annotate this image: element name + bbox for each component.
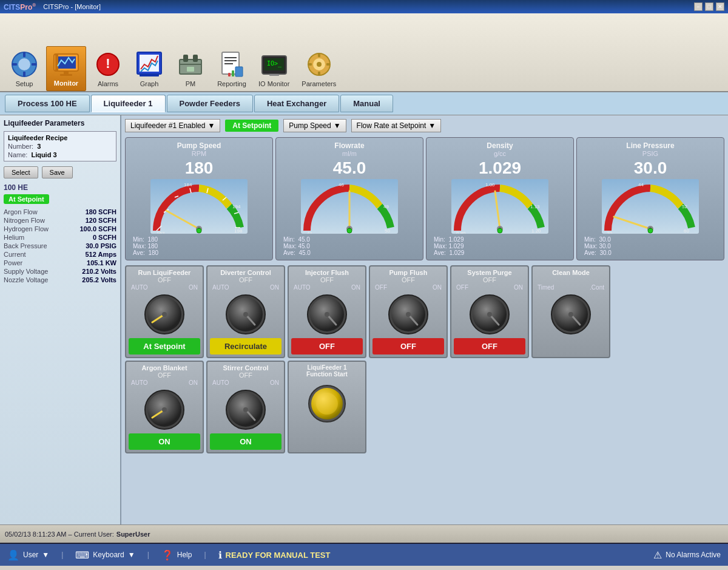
flow-rate-dropdown[interactable]: Flow Rate at Setpoint ▼ [351,119,442,132]
toolbar-item-parameters[interactable]: Parameters [297,47,341,91]
tab-manual[interactable]: Manual [340,95,393,112]
argon-blanket-control: Argon Blanket OFF AUTOON ON [125,361,204,453]
system-purge-mode: OFFON [454,284,525,291]
svg-rect-38 [326,63,330,66]
pump-speed-dropdown[interactable]: Pump Speed ▼ [283,119,346,132]
injector-flush-status-btn[interactable]: OFF [291,338,363,355]
liquifeeder-start-button[interactable] [291,382,363,425]
svg-rect-18 [193,55,198,62]
feeder-dropdown[interactable]: Liquifeeder #1 Enabled ▼ [125,119,220,132]
svg-rect-36 [318,72,320,75]
reporting-label: Reporting [217,80,246,87]
run-liquifeeder-knob[interactable] [129,293,200,336]
line-pressure-gauge: Line Pressure PSIG 30.0 20 [576,137,724,260]
footer-alarms: ⚠ No Alarms Active [653,549,721,561]
recipe-buttons: Select Save [4,166,116,178]
info-icon: ℹ [218,549,222,561]
flowrate-title: Flowrate [278,141,420,150]
maximize-button[interactable]: □ [705,2,713,11]
tab-heat-exchanger[interactable]: Heat Exchanger [254,95,339,112]
injector-flush-mode: AUTOON [291,284,363,291]
nitrogen-label: Nitrogen Flow [4,217,45,224]
svg-rect-15 [140,74,159,76]
injector-flush-knob[interactable] [291,293,363,336]
svg-point-1 [18,58,30,70]
svg-point-98 [406,312,411,317]
toolbar-item-alarms[interactable]: ! Alarms [89,47,127,91]
tab-process[interactable]: Process 100 HE [5,95,90,112]
title-bar-controls: − □ ✕ [694,2,724,11]
svg-rect-27 [228,73,231,76]
footer-keyboard[interactable]: ⌨ Keyboard ▼ [75,549,135,561]
parameters-icon [305,50,334,79]
pump-flush-knob[interactable] [372,293,444,336]
minimize-button[interactable]: − [694,2,703,11]
line-pressure-value: 30.0 [579,158,721,178]
flowrate-stats: Min: 45.0 Max: 45.0 Ave: 45.0 [278,235,420,257]
pump-flush-title: Pump Flush [372,269,444,276]
tab-powder-feeders[interactable]: Powder Feeders [167,95,253,112]
reporting-icon [217,50,246,79]
svg-rect-23 [224,60,237,61]
stirrer-knob[interactable] [210,388,281,431]
svg-rect-35 [318,53,320,57]
svg-point-51 [197,228,201,233]
argon-blanket-status-btn[interactable]: ON [129,433,200,450]
dropdown-row: Liquifeeder #1 Enabled ▼ At Setpoint Pum… [125,119,724,132]
help-label: Help [177,551,192,559]
select-button[interactable]: Select [4,166,38,178]
system-purge-state: OFF [454,276,525,283]
pump-flush-status-btn[interactable]: OFF [372,338,444,355]
svg-rect-2 [23,52,25,57]
run-liquifeeder-status-btn[interactable]: At Setpoint [129,338,200,355]
toolbar-item-monitor[interactable]: Monitor [46,46,86,91]
hydrogen-value: 100.0 SCFH [79,225,116,232]
title-bar: CITSPro® CITSPro - [Monitor] − □ ✕ [0,0,728,13]
diverter-control: Diverter Control OFF AUTOON Recirculate [206,265,285,358]
svg-rect-3 [23,72,25,76]
toolbar-item-setup[interactable]: Setup [5,47,44,91]
diverter-knob[interactable] [210,293,281,336]
system-purge-knob[interactable] [454,293,525,336]
back-pressure-label: Back Pressure [4,242,47,249]
left-panel-title: Liquifeeder Parameters [4,119,116,127]
feeder-dropdown-arrow: ▼ [207,121,215,130]
stirrer-status-btn[interactable]: ON [210,433,281,450]
recipe-number-label: Number: [8,143,33,150]
tab-liquifeeder1[interactable]: Liquifeeder 1 [91,95,166,112]
svg-point-110 [162,407,167,412]
toolbar-item-io-monitor[interactable]: IO>_ IO Monitor [254,47,294,91]
argon-value: 180 SCFH [86,208,116,215]
io-monitor-label: IO Monitor [258,80,289,87]
save-button[interactable]: Save [42,166,73,178]
stirrer-state: OFF [210,372,281,379]
user-label: User [23,551,38,559]
diverter-status-btn[interactable]: Recirculate [210,338,281,355]
toolbar-item-pm[interactable]: PM [171,47,210,91]
line-pressure-dial: 20 44 52 60 [579,179,721,234]
setpoint-badge: At Setpoint [225,120,278,132]
footer-user[interactable]: 👤 User ▼ [7,549,49,561]
svg-text:1.00: 1.00 [485,182,495,188]
argon-blanket-knob[interactable] [129,388,200,431]
toolbar-item-graph[interactable]: Graph [130,47,169,91]
system-purge-status-btn[interactable]: OFF [454,338,525,355]
svg-text:!: ! [106,56,110,71]
pump-speed-unit: RPM [128,150,270,157]
svg-rect-9 [64,71,69,74]
toolbar-item-reporting[interactable]: Reporting [212,47,251,91]
svg-rect-22 [224,57,237,58]
footer-sep-3: | [204,551,206,559]
close-button[interactable]: ✕ [716,2,724,11]
argon-blanket-state: OFF [129,372,200,379]
toolbar: Setup Monitor ! Alarms [0,13,728,92]
keyboard-icon: ⌨ [75,549,89,561]
clean-mode-knob[interactable] [535,293,607,336]
footer-help[interactable]: ❓ Help [161,549,192,561]
line-pressure-title: Line Pressure [579,141,721,150]
svg-text:49: 49 [383,204,389,209]
footer-sep-2: | [147,551,149,559]
alarms-text: No Alarms Active [666,551,721,559]
density-value: 1.029 [429,158,571,178]
parameters-label: Parameters [302,80,336,87]
